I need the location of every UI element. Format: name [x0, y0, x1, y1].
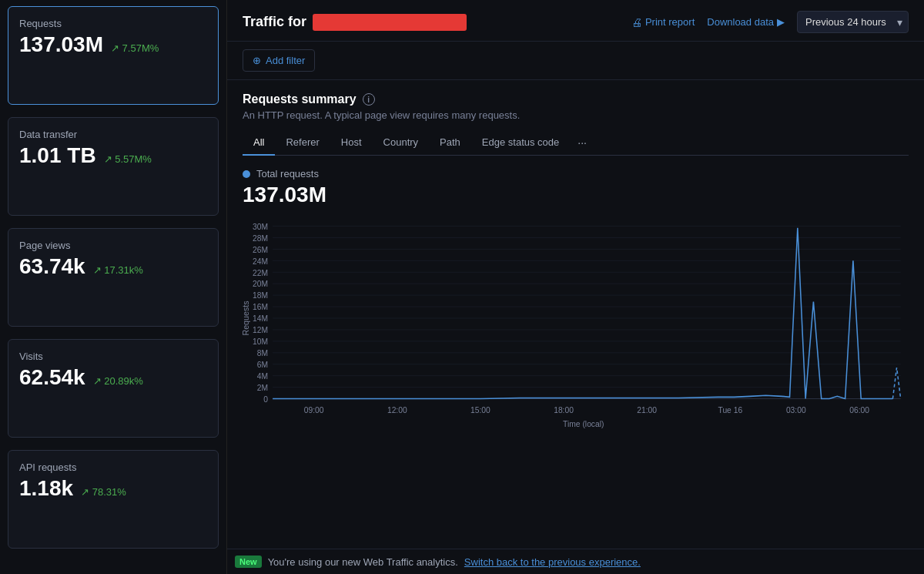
svg-text:12:00: 12:00 [387, 406, 407, 415]
stat-change-requests: 7.57M% [111, 42, 159, 54]
summary-tabs: AllRefererHostCountryPathEdge status cod… [243, 130, 909, 156]
new-badge: New [235, 556, 262, 568]
stat-value-api-requests: 1.18k 78.31% [19, 476, 207, 501]
svg-text:20M: 20M [253, 280, 268, 288]
svg-text:12M: 12M [253, 326, 268, 334]
svg-text:09:00: 09:00 [304, 406, 324, 415]
content-area: Requests summary i An HTTP request. A ty… [227, 80, 924, 549]
svg-text:03:00: 03:00 [786, 406, 806, 415]
info-icon[interactable]: i [363, 93, 375, 106]
stat-label-data-transfer: Data transfer [19, 129, 207, 140]
sidebar: Requests 137.03M 7.57M% Data transfer 1.… [0, 0, 227, 574]
print-label: Print report [645, 16, 695, 28]
add-filter-label: Add filter [266, 55, 305, 66]
download-data-button[interactable]: Download data ▶ [707, 16, 785, 28]
sparkline-requests [19, 63, 207, 94]
time-range-dropdown-wrapper: Previous 24 hours [797, 11, 909, 33]
stat-label-visits: Visits [19, 351, 207, 362]
download-label: Download data [707, 16, 774, 28]
bottom-notification-bar: New You're using our new Web Traffic ana… [227, 549, 924, 574]
add-filter-button[interactable]: ⊕ Add filter [243, 49, 315, 72]
sparkline-api-requests [19, 507, 207, 538]
stat-change-visits: 20.89k% [93, 375, 143, 387]
stat-label-requests: Requests [19, 18, 207, 29]
notification-message: You're using our new Web Traffic analyti… [268, 556, 458, 568]
svg-text:16M: 16M [253, 303, 268, 311]
stat-value-requests: 137.03M 7.57M% [19, 32, 207, 57]
main-content: Traffic for 🖨 Print report Download data… [227, 0, 924, 574]
svg-text:14M: 14M [253, 314, 268, 323]
stat-card-page-views[interactable]: Page views 63.74k 17.31k% [8, 228, 219, 327]
stat-label-page-views: Page views [19, 240, 207, 251]
sparkline-page-views [19, 285, 207, 316]
header-actions: 🖨 Print report Download data ▶ Previous … [631, 11, 909, 33]
tab-edge-status-code[interactable]: Edge status code [471, 130, 570, 156]
switch-link[interactable]: Switch back to the previous experience. [464, 556, 641, 568]
requests-chart: 30M 28M 26M 24M 22M 20M 18M 16M 14M 12M … [243, 220, 909, 466]
chart-svg: 30M 28M 26M 24M 22M 20M 18M 16M 14M 12M … [243, 220, 909, 466]
plus-icon: ⊕ [253, 55, 261, 66]
stat-change-page-views: 17.31k% [93, 264, 143, 276]
svg-text:18M: 18M [253, 291, 268, 300]
section-title-text: Requests summary [243, 92, 357, 106]
svg-text:24M: 24M [253, 257, 268, 265]
stat-value-data-transfer: 1.01 TB 5.57M% [19, 143, 207, 168]
total-label-row: Total requests [243, 168, 909, 180]
stat-change-api-requests: 78.31% [81, 486, 126, 498]
tab-country[interactable]: Country [373, 130, 430, 156]
tab-path[interactable]: Path [429, 130, 471, 156]
main-header: Traffic for 🖨 Print report Download data… [227, 0, 924, 42]
section-subtitle: An HTTP request. A typical page view req… [243, 109, 909, 121]
svg-text:6M: 6M [257, 361, 268, 369]
total-dot-indicator [243, 170, 250, 178]
svg-text:10M: 10M [253, 337, 268, 346]
svg-text:22M: 22M [253, 268, 268, 277]
stat-card-requests[interactable]: Requests 137.03M 7.57M% [8, 6, 219, 105]
svg-text:28M: 28M [253, 234, 268, 243]
page-title: Traffic for [243, 14, 467, 31]
print-report-button[interactable]: 🖨 Print report [631, 16, 695, 29]
stat-card-api-requests[interactable]: API requests 1.18k 78.31% [8, 450, 219, 549]
svg-text:Time (local): Time (local) [563, 420, 604, 428]
tab-all[interactable]: All [243, 130, 275, 156]
svg-text:06:00: 06:00 [849, 406, 869, 415]
svg-text:Tue 16: Tue 16 [718, 406, 742, 415]
svg-text:2M: 2M [257, 384, 268, 392]
stat-change-data-transfer: 5.57M% [104, 153, 152, 165]
svg-text:Requests: Requests [243, 300, 250, 335]
svg-text:0: 0 [263, 395, 268, 404]
stat-card-data-transfer[interactable]: Data transfer 1.01 TB 5.57M% [8, 117, 219, 216]
svg-text:26M: 26M [253, 246, 268, 254]
total-value: 137.03M [243, 183, 909, 207]
total-label-text: Total requests [256, 168, 319, 180]
svg-text:18:00: 18:00 [554, 406, 574, 415]
tab-referer[interactable]: Referer [275, 130, 330, 156]
sparkline-visits [19, 396, 207, 427]
tab-host[interactable]: Host [330, 130, 373, 156]
section-title: Requests summary i [243, 92, 909, 106]
svg-text:21:00: 21:00 [637, 406, 657, 415]
sparkline-data-transfer [19, 174, 207, 205]
redacted-domain [313, 14, 467, 31]
svg-text:8M: 8M [257, 349, 268, 357]
time-range-dropdown[interactable]: Previous 24 hours [797, 11, 909, 33]
filter-row: ⊕ Add filter [227, 42, 924, 80]
stat-value-visits: 62.54k 20.89k% [19, 365, 207, 390]
title-prefix: Traffic for [243, 14, 306, 30]
stat-value-page-views: 63.74k 17.31k% [19, 254, 207, 279]
stat-label-api-requests: API requests [19, 462, 207, 473]
tabs-more-button[interactable]: ··· [570, 130, 594, 155]
stat-card-visits[interactable]: Visits 62.54k 20.89k% [8, 339, 219, 438]
print-icon: 🖨 [631, 16, 642, 29]
svg-text:15:00: 15:00 [470, 406, 490, 415]
svg-text:4M: 4M [257, 372, 268, 381]
chevron-right-icon: ▶ [777, 16, 785, 28]
svg-text:30M: 30M [253, 223, 268, 231]
